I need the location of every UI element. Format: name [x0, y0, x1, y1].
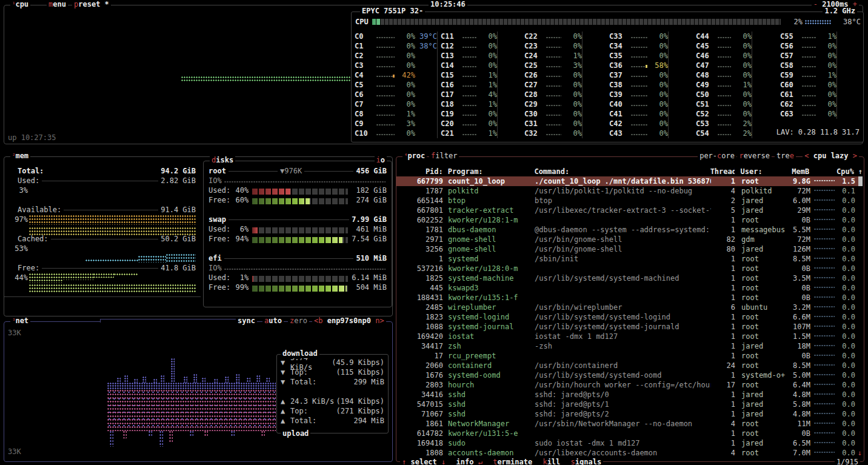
disks-box-title[interactable]: disks — [210, 156, 235, 165]
process-row[interactable]: 17 rcu_preempt 1 root 0B 0.0 — [396, 351, 863, 361]
process-row[interactable]: 547015 sshd sshd: jared@pts/1 1 jared 5.… — [396, 400, 863, 409]
process-row[interactable]: 614782 kworker/u131:5-e 1 root 0B 0.0 — [396, 429, 863, 438]
core-minigraph — [376, 100, 395, 109]
net-stats-box: download upload ▼5.74 KiB/s(45.9 Kibps) … — [276, 354, 389, 433]
cpu-core-row: C39 0% — [609, 90, 668, 99]
process-pid: 169418 — [396, 438, 443, 448]
net-upload-graph-band — [107, 390, 276, 431]
core-percent: 3% — [397, 119, 415, 129]
process-row[interactable]: 188431 kworker/u135:1-f 1 root 0B 0.0 — [396, 293, 863, 303]
process-memory: 5.0M — [786, 370, 810, 380]
core-column-5: C44 0% C45 0% C46 0% C47 0% C48 0% C49 1… — [696, 32, 752, 138]
sort-next-button[interactable]: > — [853, 152, 857, 160]
core-percent: 0% — [818, 51, 836, 61]
core-minigraph — [462, 119, 476, 128]
core-name: C16 — [441, 80, 460, 90]
net-download-spike-tall — [171, 358, 175, 383]
process-command — [532, 351, 711, 361]
core-minigraph — [718, 61, 731, 70]
process-row[interactable]: 537216 kworker/u128:0-m 1 root 0B 0.0 — [396, 264, 863, 273]
header-pid[interactable]: Pid: — [396, 167, 443, 176]
process-command: sshd: jared@pts/1 — [532, 400, 711, 409]
core-name: C39 — [609, 90, 629, 99]
process-row[interactable]: 1808 accounts-daemon /usr/libexec/accoun… — [396, 448, 863, 458]
zero-button[interactable]: zero — [288, 316, 309, 326]
cpu-box-title[interactable]: ¹cpu — [10, 0, 30, 9]
filter-button[interactable]: filter — [429, 152, 459, 161]
net-download-graph-baseline — [107, 383, 276, 390]
tree-button[interactable]: tree — [775, 152, 796, 161]
process-row[interactable]: 445 kswapd3 1 root 0B 0.0 — [396, 283, 863, 293]
core-minigraph — [802, 61, 816, 70]
process-row[interactable]: 169420 iostat iostat -dmx 1 md127 1 root… — [396, 332, 863, 341]
reverse-button[interactable]: reverse — [737, 152, 772, 161]
process-memory: 4.8M — [786, 409, 810, 419]
terminate-button[interactable]: terminate — [493, 458, 532, 465]
select-button[interactable]: ↑ select ↓ — [402, 458, 446, 465]
scroll-down-icon[interactable]: ↓ — [858, 448, 862, 458]
process-row[interactable]: 2060 containerd /usr/bin/containerd 24 r… — [396, 361, 863, 370]
sync-button[interactable]: sync — [236, 316, 257, 326]
process-row[interactable]: 3256 gnome-shell /usr/bin/gnome-shell 80… — [396, 244, 863, 254]
io-mode-button[interactable]: io — [375, 156, 387, 165]
process-row[interactable]: 34417 zsh -zsh 1 jared 18M 0.0 — [396, 341, 863, 351]
per-core-button[interactable]: per-core — [698, 152, 736, 161]
preset-button[interactable]: preset * — [72, 0, 111, 9]
process-row[interactable]: 1861 NetworkManager /usr/sbin/NetworkMan… — [396, 419, 863, 429]
mem-box-title[interactable]: ²mem — [10, 152, 30, 161]
process-row[interactable]: 2971 gnome-shell /usr/bin/gnome-shell 82… — [396, 235, 863, 244]
core-percent: 0% — [479, 51, 497, 61]
process-row[interactable]: 1787 polkitd /usr/lib/polkit-1/polkitd -… — [396, 186, 863, 196]
core-percent: 1% — [818, 70, 836, 80]
cpu-core-row: C54 2% — [696, 129, 752, 138]
process-row[interactable]: 665144 btop btop 2 jared 6.0M 0.0 — [396, 196, 863, 206]
prev-device-button[interactable]: <b — [314, 316, 322, 325]
net-download-spike — [225, 376, 229, 383]
process-threads: 1 — [711, 332, 735, 341]
header-command[interactable]: Command: — [531, 167, 710, 176]
info-button[interactable]: info ↵ — [456, 458, 482, 465]
proc-scrollbar-thumb[interactable] — [858, 176, 863, 186]
process-memory: 11M — [786, 419, 810, 429]
process-row[interactable]: 2485 wireplumber /usr/bin/wireplumber 6 … — [396, 303, 863, 312]
process-row[interactable]: 1 systemd /sbin/init 1 root 8.5M 0.0 — [396, 254, 863, 264]
core-name: C49 — [696, 80, 715, 90]
mem-available-label: Available: — [9, 205, 61, 215]
process-row[interactable]: 602252 kworker/u128:1-m 1 root 0B 0.0 — [396, 215, 863, 225]
menu-button[interactable]: menu — [47, 0, 68, 9]
sort-prev-button[interactable]: < — [804, 152, 809, 160]
process-row[interactable]: 2803 hourch /usr/bin/hourch worker --con… — [396, 380, 863, 390]
process-cpu-percent: 0.0 — [837, 225, 855, 235]
process-row[interactable]: 1676 systemd-oomd /usr/lib/systemd/syste… — [396, 370, 863, 380]
interval-decrease-button[interactable]: - — [813, 0, 818, 8]
process-row[interactable]: 667801 tracker-extract /usr/libexec/trac… — [396, 206, 863, 215]
header-memb[interactable]: MemB — [785, 167, 809, 176]
cpu-core-row: C6 0% — [355, 90, 437, 99]
core-percent: 0% — [818, 80, 836, 90]
proc-box-title[interactable]: ⁴proc — [402, 152, 427, 161]
signals-button[interactable]: signals — [571, 458, 602, 465]
process-row[interactable]: 71067 sshd sshd: jared@pts/2 1 jared 4.8… — [396, 409, 863, 419]
kill-button[interactable]: kill — [542, 458, 560, 465]
core-percent: 0% — [397, 41, 415, 51]
process-row[interactable]: 1823 systemd-logind /usr/lib/systemd/sys… — [396, 312, 863, 322]
net-box-title[interactable]: ³net — [10, 316, 30, 326]
process-row[interactable]: 1825 systemd-machine /usr/lib/systemd/sy… — [396, 273, 863, 283]
cpu-core-row: C59 1% — [780, 70, 836, 80]
process-pid: 1676 — [396, 370, 443, 380]
core-minigraph — [631, 119, 647, 128]
process-row[interactable]: 1781 dbus-daemon @dbus-daemon --system -… — [396, 225, 863, 235]
upload-arrow-icon: ▲ — [281, 416, 290, 426]
process-row[interactable]: 34416 sshd sshd: jared@pts/0 1 jared 4.8… — [396, 390, 863, 400]
process-row[interactable]: 1088 systemd-journal /usr/lib/systemd/sy… — [396, 322, 863, 332]
header-user[interactable]: User: — [735, 167, 786, 176]
header-cpu[interactable]: Cpu% — [836, 167, 854, 176]
next-device-button[interactable]: n> — [375, 316, 384, 325]
header-program[interactable]: Program: — [443, 167, 532, 176]
process-row[interactable]: 667799 count_10_loop ./count_10_loop ./m… — [396, 176, 863, 186]
process-row[interactable]: 169418 sudo sudo iostat -dmx 1 md127 1 j… — [396, 438, 863, 448]
cpu-core-row: C4 42% — [355, 70, 437, 80]
auto-button[interactable]: auto — [262, 316, 284, 326]
cpu-core-row: C42 0% — [609, 119, 668, 129]
header-threads[interactable]: Threads: — [710, 167, 735, 176]
